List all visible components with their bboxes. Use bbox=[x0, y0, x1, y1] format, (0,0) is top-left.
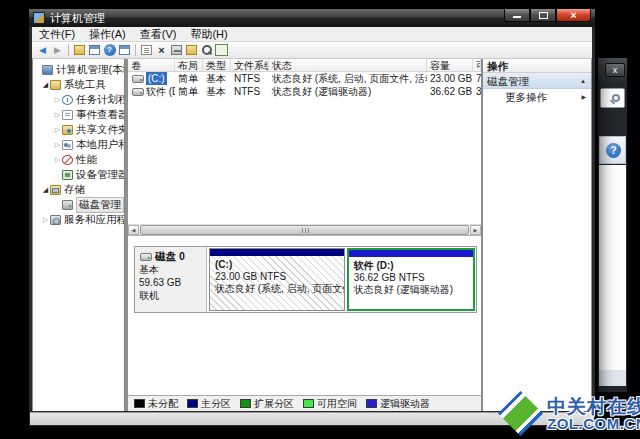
open-folder-icon[interactable] bbox=[184, 43, 199, 57]
legend-extended: 扩展分区 bbox=[240, 397, 294, 411]
tree-item-performance[interactable]: ▷ 性能 bbox=[33, 152, 124, 167]
expander-icon[interactable]: ◢ bbox=[41, 186, 50, 194]
disk-graph-area: 磁盘 0 基本 59.63 GB 联机 (C:) 23.00 GB NTFS bbox=[128, 235, 481, 395]
background-toolbar: ? bbox=[599, 136, 626, 164]
menu-help[interactable]: 帮助(H) bbox=[183, 27, 234, 42]
background-close-button[interactable]: x bbox=[605, 63, 625, 77]
disk-0-info[interactable]: 磁盘 0 基本 59.63 GB 联机 bbox=[135, 247, 207, 312]
back-icon[interactable]: ◀ bbox=[35, 43, 50, 57]
zol-logo-icon bbox=[498, 391, 543, 436]
col-capacity[interactable]: 容量 bbox=[427, 59, 473, 71]
tree-item-root[interactable]: 计算机管理(本地) bbox=[33, 62, 124, 77]
maximize-icon bbox=[539, 12, 548, 19]
legend-unallocated: 未分配 bbox=[134, 397, 178, 411]
tree-item-disk-management[interactable]: 磁盘管理 bbox=[33, 197, 124, 212]
layout-icon[interactable] bbox=[214, 43, 229, 57]
expander-icon[interactable]: ▷ bbox=[53, 126, 62, 134]
legend-swatch bbox=[187, 399, 198, 408]
legend-swatch bbox=[134, 399, 145, 408]
disk-status: 联机 bbox=[139, 289, 206, 302]
expander-icon[interactable]: ▷ bbox=[53, 111, 62, 119]
menu-file[interactable]: 文件(F) bbox=[32, 27, 82, 42]
col-filesystem[interactable]: 文件系统 bbox=[231, 59, 269, 71]
menu-action[interactable]: 操作(A) bbox=[82, 27, 133, 42]
chevron-right-icon: ▶ bbox=[581, 89, 586, 105]
actions-group-disk-management[interactable]: 磁盘管理 ▲ bbox=[483, 73, 591, 89]
volume-icon bbox=[132, 88, 144, 96]
close-button[interactable]: × bbox=[556, 9, 591, 22]
tree-item-shared-folders[interactable]: ▷ 共享文件夹 bbox=[33, 122, 124, 137]
help-icon[interactable]: ? bbox=[102, 43, 117, 57]
volume-row-d[interactable]: 软件 (D:) 简单 基本 NTFS 状态良好 (逻辑驱动器) 36.62 GB… bbox=[128, 85, 481, 98]
tree-item-event-viewer[interactable]: ▷ 事件查看器 bbox=[33, 107, 124, 122]
toolbar-separator bbox=[68, 44, 69, 56]
legend-swatch bbox=[366, 399, 377, 408]
volume-row-c[interactable]: (C:) 简单 基本 NTFS 状态良好 (系统, 启动, 页面文件, 活动, … bbox=[128, 72, 481, 85]
delete-icon[interactable]: × bbox=[154, 43, 169, 57]
tree-item-device-manager[interactable]: 设备管理器 bbox=[33, 167, 124, 182]
window-panel-icon[interactable] bbox=[87, 43, 102, 57]
watermark-name: 中关村在线 bbox=[547, 397, 640, 416]
col-type[interactable]: 类型 bbox=[203, 59, 231, 71]
system-tools-icon bbox=[50, 80, 61, 90]
menu-view[interactable]: 查看(V) bbox=[133, 27, 184, 42]
computer-management-window: 计算机管理 × 文件(F) 操作(A) 查看(V) 帮助(H) ◀ ▶ ? × bbox=[28, 8, 596, 427]
partition-c[interactable]: (C:) 23.00 GB NTFS 状态良好 (系统, 启动, 页面文件, 活… bbox=[209, 248, 345, 311]
legend-free-space: 可用空间 bbox=[303, 397, 357, 411]
legend-primary: 主分区 bbox=[187, 397, 231, 411]
legend-logical-drive: 逻辑驱动器 bbox=[366, 397, 430, 411]
computer-management-icon bbox=[33, 12, 45, 24]
background-window-statusbar bbox=[599, 370, 626, 386]
help-icon[interactable]: ? bbox=[606, 143, 621, 158]
more-actions-item[interactable]: 更多操作 ▶ bbox=[483, 89, 591, 105]
zoom-icon[interactable] bbox=[199, 43, 214, 57]
scroll-left-icon[interactable]: ◀ bbox=[128, 225, 139, 235]
refresh-list-icon[interactable] bbox=[139, 43, 154, 57]
col-free[interactable]: 可 bbox=[473, 59, 481, 71]
disk-management-icon bbox=[62, 200, 73, 210]
storage-icon bbox=[50, 185, 61, 195]
device-manager-icon bbox=[62, 170, 73, 180]
tree-item-local-users[interactable]: ▷ 本地用户和组 bbox=[33, 137, 124, 152]
col-volume[interactable]: 卷 bbox=[128, 59, 175, 71]
expander-icon[interactable]: ▷ bbox=[53, 96, 62, 104]
tree-item-storage[interactable]: ◢ 存储 bbox=[33, 182, 124, 197]
watermark-domain: ZOL.COM.CN bbox=[547, 416, 640, 431]
partition-d[interactable]: 软件 (D:) 36.62 GB NTFS 状态良好 (逻辑驱动器) bbox=[347, 248, 475, 311]
performance-icon bbox=[62, 155, 73, 165]
horizontal-scrollbar[interactable]: ◀ ▶ bbox=[128, 224, 481, 235]
expander-icon[interactable]: ▷ bbox=[41, 216, 50, 224]
primary-partition-stripe bbox=[210, 249, 344, 256]
disk-type: 基本 bbox=[139, 263, 206, 276]
scroll-right-icon[interactable]: ▶ bbox=[470, 225, 481, 235]
titlebar[interactable]: 计算机管理 × bbox=[29, 9, 595, 27]
col-status[interactable]: 状态 bbox=[269, 59, 427, 71]
minimize-button[interactable] bbox=[504, 9, 530, 22]
col-layout[interactable]: 布局 bbox=[175, 59, 203, 71]
background-window-titlebar: x bbox=[598, 58, 627, 82]
content-area: 计算机管理(本地) ◢ 系统工具 ▷ 任务计划程序 ▷ 事件查看器 ▷ 共享文件… bbox=[32, 59, 592, 411]
services-icon bbox=[50, 215, 61, 225]
toolbar: ◀ ▶ ? × bbox=[32, 42, 592, 59]
disk-management-pane: 卷 布局 类型 文件系统 状态 容量 可 (C:) 简单 基本 NTFS 状态良… bbox=[128, 59, 481, 411]
legend-swatch bbox=[240, 399, 251, 408]
console-tree-icon[interactable] bbox=[72, 43, 87, 57]
maximize-button[interactable] bbox=[530, 9, 556, 22]
computer-icon bbox=[42, 65, 53, 75]
expander-icon[interactable]: ▷ bbox=[53, 156, 62, 164]
background-search-input[interactable] bbox=[600, 88, 625, 108]
properties-icon[interactable] bbox=[169, 43, 184, 57]
expander-icon[interactable]: ▷ bbox=[53, 141, 62, 149]
background-window-content bbox=[599, 165, 626, 370]
tree-item-task-scheduler[interactable]: ▷ 任务计划程序 bbox=[33, 92, 124, 107]
collapse-icon[interactable]: ▲ bbox=[580, 73, 586, 89]
task-scheduler-icon bbox=[62, 95, 73, 105]
expander-icon[interactable]: ◢ bbox=[41, 81, 50, 89]
scrollbar-thumb[interactable] bbox=[140, 225, 469, 235]
event-viewer-icon bbox=[62, 110, 73, 120]
forward-icon[interactable]: ▶ bbox=[50, 43, 65, 57]
logical-drive-stripe bbox=[349, 250, 473, 257]
window-panel2-icon[interactable] bbox=[117, 43, 132, 57]
tree-item-system-tools[interactable]: ◢ 系统工具 bbox=[33, 77, 124, 92]
tree-item-services[interactable]: ▷ 服务和应用程序 bbox=[33, 212, 124, 227]
